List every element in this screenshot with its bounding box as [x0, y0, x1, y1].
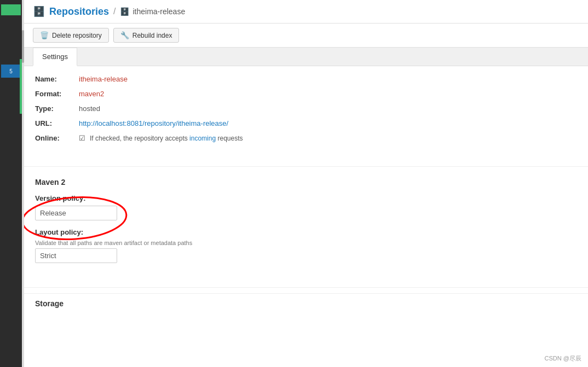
rebuild-index-button[interactable]: 🔧 Rebuild index: [113, 28, 180, 43]
online-row: Online: ☑ If checked, the repository acc…: [35, 134, 577, 142]
url-value[interactable]: http://localhost:8081/repository/itheima…: [79, 119, 228, 127]
storage-heading: Storage: [35, 299, 577, 308]
sidebar-blue-item[interactable]: 5: [1, 65, 21, 78]
section-divider-1: [24, 166, 588, 167]
type-label: Type:: [35, 104, 79, 113]
format-value: maven2: [79, 90, 104, 98]
checkbox-icon: ☑: [79, 134, 85, 142]
database-icon: 🗄️: [33, 5, 45, 18]
layout-policy-value: Strict: [35, 248, 117, 263]
type-row: Type: hosted: [35, 104, 577, 113]
online-label: Online:: [35, 134, 79, 142]
version-policy-group: Version policy: Release: [35, 194, 577, 220]
toolbar: 🗑️ Delete repository 🔧 Rebuild index: [24, 24, 588, 48]
maven-section: Maven 2 Version policy: Release Layout p…: [24, 172, 588, 282]
url-label: URL:: [35, 119, 79, 127]
tab-settings[interactable]: Settings: [33, 48, 77, 66]
content-area: 🗄️ Repositories / 🗄️ itheima-release 🗑️ …: [24, 0, 588, 367]
url-row: URL: http://localhost:8081/repository/it…: [35, 119, 577, 127]
layout-policy-hint: Validate that all paths are maven artifa…: [35, 240, 577, 246]
version-policy-value: Release: [35, 206, 117, 220]
online-checkbox-area[interactable]: ☑: [79, 134, 85, 142]
left-sidebar: 5: [0, 0, 22, 367]
watermark: CSDN @尽辰: [545, 354, 581, 363]
maven-heading: Maven 2: [35, 178, 577, 187]
repo-icon: 🗄️: [120, 7, 129, 16]
trash-icon: 🗑️: [40, 31, 49, 39]
online-hint: If checked, the repository accepts incom…: [90, 135, 243, 142]
online-value-area: ☑ If checked, the repository accepts inc…: [79, 134, 243, 142]
name-row: Name: itheima-release: [35, 75, 577, 83]
delete-repository-button[interactable]: 🗑️ Delete repository: [33, 28, 109, 43]
repositories-link[interactable]: Repositories: [49, 6, 109, 18]
format-label: Format:: [35, 90, 79, 98]
page-header: 🗄️ Repositories / 🗄️ itheima-release: [24, 0, 588, 24]
version-policy-label: Version policy:: [35, 194, 577, 202]
info-section: Name: itheima-release Format: maven2 Typ…: [24, 66, 588, 158]
storage-section: Storage: [24, 293, 588, 321]
layout-policy-group: Layout policy: Validate that all paths a…: [35, 228, 577, 263]
breadcrumb-separator: /: [113, 7, 116, 16]
tab-bar: Settings: [24, 48, 588, 66]
name-label: Name:: [35, 75, 79, 83]
name-value: itheima-release: [79, 75, 128, 83]
format-row: Format: maven2: [35, 90, 577, 98]
release-highlight-wrapper: Release: [35, 206, 117, 220]
type-value: hosted: [79, 104, 100, 113]
wrench-icon: 🔧: [120, 31, 129, 39]
repo-name: itheima-release: [132, 7, 185, 16]
layout-policy-label: Layout policy:: [35, 228, 577, 236]
section-divider-2: [24, 287, 588, 288]
